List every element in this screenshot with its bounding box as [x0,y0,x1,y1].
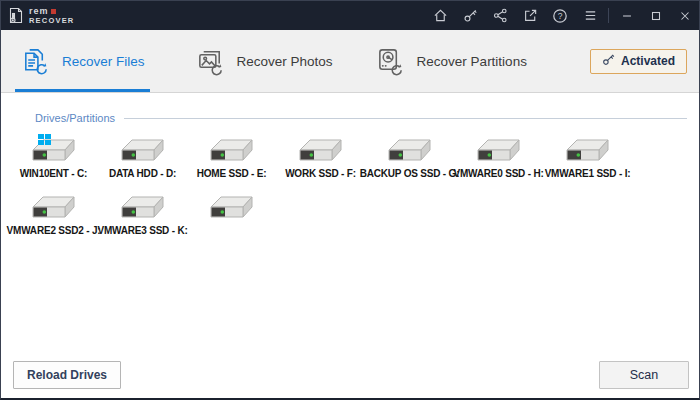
scan-button[interactable]: Scan [599,361,689,389]
logo-line2: RECOVER [29,17,75,25]
drive-label: VMWARE2 SSD2 - J: [7,225,101,236]
drive-item[interactable]: BACKUP OS SSD - G: [365,137,454,179]
recover-partitions-icon [375,46,406,77]
tab-recover-partitions[interactable]: Recover Partitions [370,30,532,92]
app-logo: rem RECOVER [1,7,75,25]
activated-button[interactable]: Activated [590,49,687,74]
drive-icon [31,137,77,165]
tab-label: Recover Photos [237,54,333,69]
drive-label: WIN10ENT - C: [20,168,87,179]
tab-recover-files[interactable]: Recover Files [15,30,150,92]
drive-item[interactable]: VMWARE0 SSD - H: [454,137,543,179]
drive-item[interactable]: HOME SSD - E: [187,137,276,179]
drive-item[interactable]: WIN10ENT - C: [9,137,98,179]
logo-line1: rem [29,7,49,16]
open-in-new-icon[interactable] [515,1,545,30]
main-content: Drives/Partitions WIN10ENT - C: [1,93,699,398]
svg-text:?: ? [558,11,563,21]
maximize-button[interactable] [641,1,670,30]
app-window: rem RECOVER [0,0,700,400]
share-icon[interactable] [485,1,515,30]
drive-item[interactable]: WORK SSD - F: [276,137,365,179]
home-icon[interactable] [425,1,455,30]
help-icon[interactable]: ? [545,1,575,30]
drive-label: WORK SSD - F: [285,168,356,179]
drive-label: BACKUP OS SSD - G: [360,168,460,179]
document-gear-icon [8,7,24,24]
drive-label: VMWARE0 SSD - H: [453,168,543,179]
drive-icon [209,194,255,222]
drive-icon [298,137,344,165]
logo-text: rem RECOVER [29,7,75,25]
close-button[interactable] [670,1,699,30]
drive-icon [565,137,611,165]
logo-red-square [51,9,56,14]
drive-icon [476,137,522,165]
titlebar: rem RECOVER [1,1,699,30]
drive-icon [387,137,433,165]
drive-icon [120,137,166,165]
section-divider-line [124,118,687,119]
drive-item[interactable]: VMWARE3 SSD - K: [98,194,187,236]
drive-icon [209,137,255,165]
recover-files-icon [20,46,51,77]
drive-icon [120,194,166,222]
tab-label: Recover Files [62,54,145,69]
key-icon[interactable] [455,1,485,30]
drives-section-label: Drives/Partitions [35,112,115,124]
tabbar: Recover Files Recover Photos [1,30,699,93]
drives-section-header: Drives/Partitions [35,112,687,124]
drive-item[interactable]: VMWARE2 SSD2 - J: [9,194,98,236]
titlebar-divider [608,8,609,23]
recover-photos-icon [195,46,226,77]
drive-label: VMWARE1 SSD - I: [545,168,631,179]
drive-item[interactable] [187,194,276,236]
tab-label: Recover Partitions [417,54,527,69]
drives-grid: WIN10ENT - C: DATA HDD - D: [9,137,669,251]
drive-label: HOME SSD - E: [197,168,267,179]
tab-recover-photos[interactable]: Recover Photos [190,30,338,92]
drive-icon [31,194,77,222]
license-key-icon [602,53,615,69]
minimize-button[interactable] [612,1,641,30]
activated-label: Activated [621,54,675,68]
drive-label: DATA HDD - D: [109,168,176,179]
drive-item[interactable]: DATA HDD - D: [98,137,187,179]
windows-logo-icon [38,134,51,145]
titlebar-actions: ? [425,1,699,30]
drive-label: VMWARE3 SSD - K: [97,225,187,236]
drive-item[interactable]: VMWARE1 SSD - I: [543,137,632,179]
menu-icon[interactable] [575,1,605,30]
reload-drives-button[interactable]: Reload Drives [13,361,121,389]
